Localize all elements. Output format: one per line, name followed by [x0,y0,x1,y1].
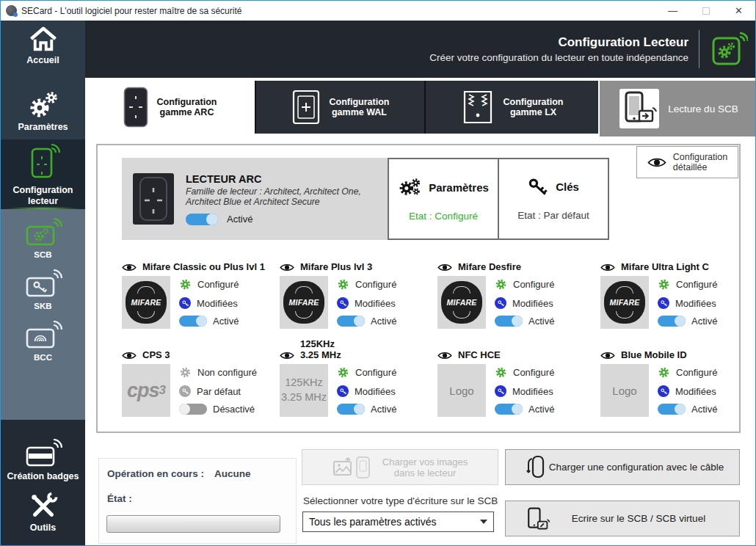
badge-card-icon [24,439,62,468]
sidebar-label: Accueil [26,55,59,65]
card-title: Blue Mobile ID [621,350,687,360]
card-enabled-toggle[interactable] [337,404,365,415]
scb-card-icon [24,218,62,247]
close-button[interactable]: ✕ [722,1,755,21]
gear-status-icon [658,366,670,379]
gear-status-icon [337,278,349,291]
card-tile-nfc-hce: NFC HCE Logo Configuré Modifiées Activé [437,342,600,424]
card-enabled-toggle[interactable] [179,316,207,327]
sidebar-item-creation-badges[interactable]: Création badges [1,439,85,481]
reader-config-icon [710,30,748,68]
load-images-button[interactable]: Charger vos images dans le lecteur [302,449,498,485]
cles-status: Etat : Par défaut [517,210,589,221]
sidebar-item-accueil[interactable]: Accueil [1,26,85,65]
card-tile-mifare-desfire: Mifare Desfire MIFARE Configuré Modifiée… [437,254,600,336]
keys-status-label: Modifiées [355,298,396,309]
tab-lecture-du-scb[interactable]: Lecture du SCB [600,81,756,136]
sidebar-item-parametres[interactable]: Paramètres [1,90,85,132]
sidebar-item-outils[interactable]: Outils [1,492,85,533]
card-enabled-toggle[interactable] [179,404,207,415]
progress-bar [106,515,280,533]
card-title: NFC HCE [458,350,501,360]
app-icon [6,5,17,16]
gear-status-icon [337,366,349,379]
upload-image-icon [332,456,374,479]
tab-bar: Configuration gamme ARC Configuration ga… [85,78,756,136]
key-status-icon [495,297,506,309]
tools-icon [29,492,58,520]
sidebar: Accueil Paramètres Configuration lecteur [1,21,85,546]
title-bar: SECard - L'outil logiciel pour rester ma… [1,1,755,21]
card-title: 125KHz 3.25 MHz [300,339,341,360]
page-header: Configuration Lecteur Créer votre config… [85,21,756,78]
load-config-cable-button[interactable]: Charger une configuration avec le câble [505,449,740,485]
window-title: SECard - L'outil logiciel pour rester ma… [21,6,241,16]
arc-reader-icon [123,87,148,128]
toggle-label: Désactivé [213,404,255,415]
reader-icon [26,142,60,182]
toggle-label: Activé [371,316,396,327]
tab-configuration-gamme-arc[interactable]: Configuration gamme ARC [85,78,255,136]
parametres-status: Etat : Configuré [409,211,478,222]
write-scb-button[interactable]: Ecrire sur le SCB / SCB virtuel [505,500,740,536]
config-status-label: Configuré [355,367,396,378]
bcc-card-icon [24,321,62,350]
sidebar-item-configuration-lecteur[interactable]: Configuration lecteur [1,139,85,209]
reader-enabled-toggle[interactable] [186,214,218,225]
eye-icon[interactable] [122,351,137,360]
configuration-detaillee-button[interactable]: Configuration détaillée [636,146,738,178]
phone-write-icon [523,505,550,533]
reader-toggle-label: Activé [227,214,252,225]
tab-configuration-gamme-wal[interactable]: Configuration gamme WAL [255,81,424,134]
eye-icon [647,156,666,169]
card-enabled-toggle[interactable] [495,404,523,415]
eye-icon[interactable] [437,351,452,360]
sidebar-label: BCC [34,353,52,363]
cps3-logo: cps3 [122,364,170,417]
cles-box[interactable]: Clés Etat : Par défaut [498,159,608,239]
maximize-button[interactable] [689,1,722,21]
key-status-icon [179,297,191,309]
key-status-icon [658,385,669,397]
logo-placeholder: Logo [600,364,649,417]
arc-reader-image [132,172,175,225]
card-enabled-toggle[interactable] [658,316,686,327]
config-status-label: Non configuré [197,367,257,378]
eye-icon[interactable] [280,263,294,272]
card-tile-cps3: CPS 3 cps3 Non configuré Par défaut Désa… [122,342,280,424]
keys-status-label: Modifiées [675,298,716,309]
scb-write-type-select[interactable]: Tous les paramètres activés [302,512,494,532]
card-tile-blue-mobile-id: Blue Mobile ID Logo Configuré Modifiées … [600,342,730,424]
sidebar-label: SKB [34,302,51,311]
gear-status-icon [179,366,192,379]
scb-write-type-label: Sélectionner votre type d'écriture sur l… [303,495,498,506]
gear-status-icon [495,278,507,291]
card-title: Mifare Plus lvl 3 [300,262,372,272]
sidebar-item-skb[interactable]: SKB [1,269,85,311]
logo-placeholder: Logo [437,364,486,417]
key-status-icon [337,297,349,309]
gear-status-icon [658,278,670,291]
arc-config-panel: LECTEUR ARC Famille de lecteur : Archite… [96,144,741,433]
parametres-box[interactable]: Paramètres Etat : Configuré [389,159,498,239]
parametres-title: Paramètres [429,181,489,194]
sidebar-item-scb[interactable]: SCB [1,218,85,260]
eye-icon[interactable] [280,351,294,360]
eye-icon[interactable] [600,351,615,360]
card-enabled-toggle[interactable] [337,316,365,327]
eye-icon[interactable] [122,263,137,272]
eye-icon[interactable] [600,263,615,272]
app-window: SECard - L'outil logiciel pour rester ma… [0,0,756,546]
gears-icon [398,176,423,198]
tab-configuration-gamme-lx[interactable]: Configuration gamme LX [424,81,598,134]
keys-status-label: Modifiées [675,386,716,397]
card-enabled-toggle[interactable] [495,316,523,327]
key-status-icon [337,385,349,397]
mifare-logo: MIFARE [122,276,170,329]
sidebar-item-bcc[interactable]: BCC [1,321,85,363]
toggle-label: Activé [691,316,717,327]
card-enabled-toggle[interactable] [658,404,686,415]
minimize-button[interactable]: — [656,1,689,21]
sidebar-label: Outils [30,523,56,533]
eye-icon[interactable] [437,263,452,272]
